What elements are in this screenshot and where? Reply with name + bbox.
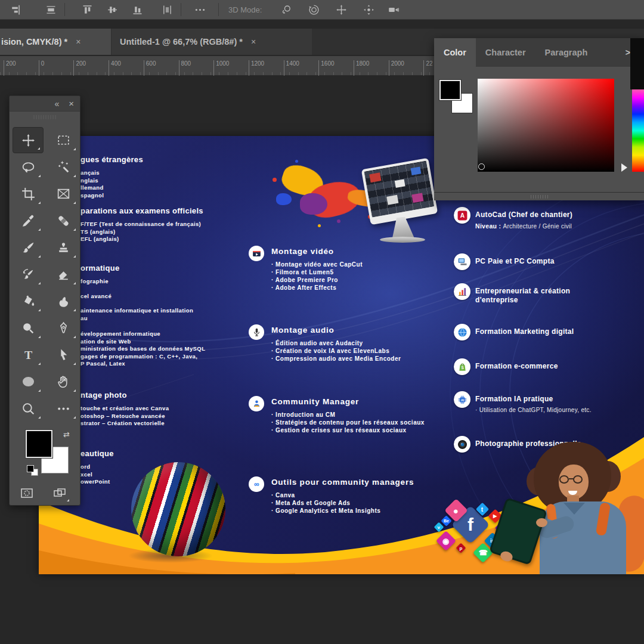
align-bottom-edges-icon[interactable]	[129, 2, 145, 17]
roll-3d-icon[interactable]	[306, 2, 321, 17]
flyer-section-heading: gues étrangères	[80, 155, 143, 164]
document-tab-1[interactable]: ision, CMYK/8) * ×	[0, 29, 111, 55]
palette-grip[interactable]	[34, 115, 56, 119]
foreground-color-swatch[interactable]	[439, 80, 461, 100]
paint-dot	[295, 160, 298, 163]
document-tab-2[interactable]: Untitled-1 @ 66,7% (RGB/8#) * ×	[112, 29, 312, 55]
flyer-right-item: AAutoCad (Chef de chantier)Niveau : Arch…	[454, 209, 621, 230]
pen-tool[interactable]	[48, 315, 79, 341]
align-top-edges-icon[interactable]	[79, 2, 95, 17]
tab-color[interactable]: Color	[434, 38, 476, 67]
paint-dot	[318, 224, 321, 227]
svg-text:S: S	[461, 366, 463, 370]
tab-character[interactable]: Character	[476, 38, 535, 67]
svg-text:∞: ∞	[254, 480, 259, 488]
flyer-middle-section: Community Manager· Introduction au CM· S…	[249, 397, 445, 434]
edit-toolbar-button[interactable]	[48, 395, 79, 422]
flyer-list-item: ord	[80, 463, 114, 471]
rectangular-marquee-tool[interactable]	[48, 127, 79, 153]
divider	[64, 3, 65, 16]
hue-ramp[interactable]	[632, 89, 644, 172]
camera-icon	[454, 436, 470, 453]
paint-splash-blue	[276, 193, 292, 205]
flyer-item-label: PC Paie et PC Compta	[475, 255, 621, 266]
shape-tool[interactable]	[13, 369, 44, 395]
move-tool[interactable]	[13, 127, 44, 153]
flyer-list-item: TS (anglais)	[80, 228, 203, 236]
flyer-list-item: F/TEF (Test de connaissance de français)	[80, 221, 203, 228]
dodge-tool[interactable]	[13, 315, 44, 341]
flyer-list-item: gages de programmation : C, C++, Java,	[80, 353, 205, 361]
paint-splash-purple	[300, 193, 327, 215]
zoom-tool[interactable]	[13, 395, 44, 422]
align-horizontal-centers-icon[interactable]	[104, 2, 120, 17]
tab-close-icon[interactable]: ×	[251, 37, 256, 47]
flyer-list-item: spagnol	[80, 192, 143, 200]
collapse-panel-icon[interactable]: «	[54, 99, 59, 109]
magic-wand-tool[interactable]	[48, 154, 79, 180]
crop-tool[interactable]	[13, 181, 44, 207]
camera-3d-icon[interactable]	[386, 2, 401, 17]
flyer-bullet-item: · Création de voix IA avec ElevenLabs	[271, 347, 447, 355]
video-icon	[249, 246, 264, 261]
flyer-right-item: Entrepreneuriat & création d'entreprise	[454, 285, 603, 305]
slide-3d-icon[interactable]	[361, 2, 376, 17]
ruler-label: 0	[39, 60, 45, 76]
canvas-document[interactable]: gues étrangèresançaisnglaisllemandspagno…	[39, 136, 644, 574]
pan-3d-icon[interactable]	[333, 2, 349, 17]
docked-panel-corner	[630, 38, 644, 89]
ruler-label: 1400	[284, 60, 299, 76]
orbit-3d-icon[interactable]	[278, 2, 294, 17]
type-tool[interactable]: T	[13, 342, 44, 368]
paint-bucket-tool[interactable]	[13, 288, 44, 314]
align-vertical-centers-icon[interactable]	[43, 2, 58, 17]
hue-slider-arrow[interactable]	[621, 163, 627, 172]
saturation-brightness-field[interactable]	[478, 79, 614, 172]
tools-palette-header[interactable]: « ×	[10, 96, 80, 112]
ruler-label: 22	[423, 60, 432, 76]
hand-tool[interactable]	[48, 369, 79, 395]
smudge-tool[interactable]	[48, 288, 79, 314]
flyer-bullet-item: · Gestion de crises sur les réseaux soci…	[271, 426, 447, 434]
distribute-icon[interactable]	[159, 2, 175, 17]
3d-mode-label: 3D Mode:	[228, 5, 262, 14]
eyedropper-tool[interactable]	[13, 208, 44, 234]
paint-dot	[337, 219, 340, 223]
clone-stamp-tool[interactable]	[48, 234, 79, 261]
quick-mask-button[interactable]	[18, 485, 35, 501]
spot-healing-tool[interactable]	[48, 208, 79, 234]
eraser-tool[interactable]	[48, 261, 79, 287]
flyer-middle-section: Montage audio· Édition audio avec Audaci…	[249, 326, 445, 363]
lasso-tool[interactable]	[13, 154, 44, 180]
screen-mode-button[interactable]	[51, 485, 68, 501]
foreground-color-swatch[interactable]	[26, 430, 52, 458]
flyer-bullet-item: · Compression audio avec Media Encoder	[271, 355, 447, 363]
path-selection-tool[interactable]	[48, 342, 79, 368]
color-picker-cursor[interactable]	[478, 163, 485, 170]
tab-paragraph[interactable]: Paragraph	[535, 38, 597, 67]
ruler-label: 600	[144, 60, 156, 76]
close-panel-icon[interactable]: ×	[69, 98, 74, 109]
flyer-left-section: éveloppement informatiqueation de site W…	[80, 330, 205, 368]
history-brush-tool[interactable]	[13, 261, 44, 287]
align-right-edges-icon[interactable]	[7, 2, 23, 17]
flyer-item-label: Formation Marketing digital	[475, 326, 621, 336]
frame-tool[interactable]	[48, 181, 79, 207]
brush-tool[interactable]	[13, 234, 44, 261]
swap-colors-icon[interactable]: ⇄	[63, 430, 70, 439]
tab-close-icon[interactable]: ×	[76, 37, 80, 47]
flyer-list-item: otoshop – Retouche avancée	[80, 413, 169, 420]
panel-resize-grip[interactable]	[434, 192, 644, 200]
svg-text:AI: AI	[460, 398, 464, 401]
flyer-section-heading: Community Manager	[271, 397, 445, 406]
default-colors-icon[interactable]	[27, 465, 40, 477]
flyer-list-item: P Pascal, Latex	[80, 360, 205, 368]
flyer-list-item: fographie	[80, 278, 193, 286]
ruler-label: 1200	[249, 60, 264, 76]
more-options-icon[interactable]	[192, 2, 208, 17]
woman-with-tablet-image	[528, 443, 644, 574]
document-tab-title: ision, CMYK/8) *	[1, 37, 67, 47]
flyer-item-subtext: · Utilisation de ChatGPT, Midjourney, et…	[475, 407, 621, 413]
flyer-bullet-item: · Google Analytics et Meta Insights	[271, 507, 447, 515]
ecommerce-icon: S	[454, 358, 470, 375]
